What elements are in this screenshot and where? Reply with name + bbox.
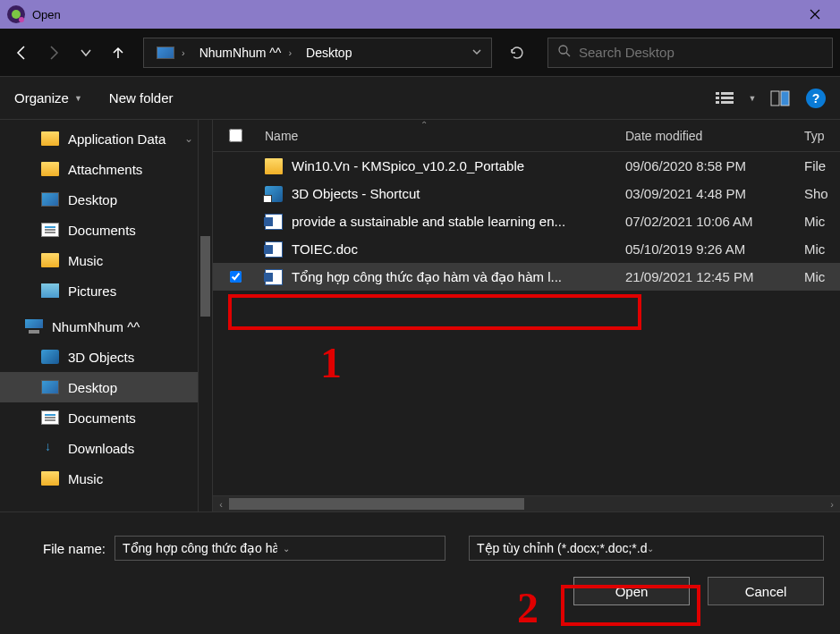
sidebar-item[interactable]: Music (0, 245, 212, 275)
svg-rect-7 (771, 91, 779, 106)
pictures-icon (41, 283, 59, 298)
scroll-right[interactable]: › (824, 496, 840, 512)
svg-point-0 (559, 46, 567, 54)
file-row[interactable]: 3D Objects - Shortcut 03/09/2021 4:48 PM… (213, 180, 840, 207)
search-icon (557, 44, 572, 61)
word-icon (265, 214, 283, 230)
pc-icon (25, 319, 43, 334)
sidebar-group-pc[interactable]: NhumNhum ^^ (0, 311, 212, 342)
main-area: Application Data⌄ Attachments Desktop Do… (0, 120, 840, 511)
sidebar-item[interactable]: Desktop (0, 184, 212, 215)
folder-icon (41, 131, 59, 146)
refresh-button[interactable] (499, 38, 535, 68)
horizontal-scrollbar[interactable]: ‹ › (213, 495, 840, 511)
toolbar: Organize▼ New folder ▼ ? (0, 77, 840, 120)
select-all-checkbox[interactable] (229, 129, 242, 142)
address-bar[interactable]: › NhumNhum ^^› Desktop (143, 38, 492, 68)
history-dropdown[interactable] (72, 38, 100, 67)
file-checkbox[interactable] (230, 271, 242, 283)
sidebar-item[interactable]: Application Data⌄ (0, 123, 212, 154)
svg-rect-1 (716, 92, 719, 95)
up-button[interactable] (104, 38, 132, 67)
scrollbar-thumb[interactable] (229, 498, 524, 510)
search-input[interactable] (579, 45, 823, 60)
svg-rect-6 (721, 101, 734, 104)
app-icon (7, 5, 25, 23)
pc-icon (157, 46, 174, 59)
sidebar-item[interactable]: 3D Objects (0, 342, 212, 372)
document-icon (41, 410, 59, 425)
sidebar-item[interactable]: Attachments (0, 154, 212, 184)
svg-rect-2 (721, 92, 734, 95)
titlebar: Open (0, 0, 840, 29)
word-icon (265, 269, 283, 285)
filetype-filter[interactable]: Tệp tùy chỉnh (*.docx;*.doc;*.do⌄ (469, 536, 824, 561)
svg-rect-5 (716, 101, 719, 104)
file-row[interactable]: provide a sustainable and stable learnin… (213, 207, 840, 235)
navbar: › NhumNhum ^^› Desktop (0, 29, 840, 77)
filename-input[interactable]: Tổng hợp công thức đạo hàm và đạo h⌄ (115, 536, 445, 561)
forward-button[interactable] (39, 38, 68, 67)
sidebar-item[interactable]: Documents (0, 215, 212, 245)
organize-menu[interactable]: Organize▼ (14, 90, 82, 106)
back-button[interactable] (7, 38, 36, 67)
scrollbar-thumb[interactable] (200, 236, 210, 317)
address-root-icon[interactable]: › (144, 38, 192, 67)
view-details-button[interactable] (709, 85, 740, 112)
scroll-left[interactable]: ‹ (213, 496, 229, 512)
folder-icon (41, 253, 59, 267)
sidebar-item[interactable]: Documents (0, 402, 212, 433)
svg-rect-8 (781, 91, 789, 106)
document-icon (41, 223, 59, 237)
sidebar-item[interactable]: Music (0, 463, 212, 494)
expand-icon[interactable]: ⌄ (184, 132, 193, 145)
desktop-icon (41, 192, 59, 207)
filename-label: File name: (16, 541, 106, 556)
address-segment-user[interactable]: NhumNhum ^^› (192, 38, 299, 67)
address-dropdown[interactable] (462, 45, 491, 61)
svg-rect-4 (721, 97, 734, 99)
file-row[interactable]: Win10.Vn - KMSpico_v10.2.0_Portable 09/0… (213, 152, 840, 180)
sidebar: Application Data⌄ Attachments Desktop Do… (0, 120, 213, 511)
preview-pane-button[interactable] (765, 85, 795, 112)
3dobjects-icon (41, 350, 59, 364)
folder-icon (265, 158, 283, 174)
sidebar-item[interactable]: Downloads (0, 433, 212, 463)
window-title: Open (32, 8, 61, 21)
new-folder-button[interactable]: New folder (109, 90, 174, 106)
file-row-selected[interactable]: Tổng hợp công thức đạo hàm và đạo hàm l.… (213, 263, 840, 291)
footer: File name: Tổng hợp công thức đạo hàm và… (0, 511, 840, 617)
folder-icon (41, 162, 59, 176)
file-list: Win10.Vn - KMSpico_v10.2.0_Portable 09/0… (213, 152, 840, 495)
name-column[interactable]: Name⌃ (258, 129, 625, 143)
help-button[interactable]: ? (806, 89, 826, 108)
sidebar-item-desktop[interactable]: Desktop (0, 372, 212, 402)
music-icon (41, 471, 59, 486)
filename-dropdown[interactable]: ⌄ (283, 544, 437, 554)
address-segment-desktop[interactable]: Desktop (299, 38, 359, 67)
view-dropdown[interactable]: ▼ (745, 85, 759, 112)
column-headers: Name⌃ Date modified Typ (213, 120, 840, 152)
sidebar-item[interactable]: Pictures (0, 275, 212, 306)
type-column[interactable]: Typ (804, 129, 840, 143)
word-icon (265, 241, 283, 258)
shortcut-icon (265, 186, 283, 202)
close-button[interactable] (797, 0, 833, 29)
date-column[interactable]: Date modified (625, 129, 804, 143)
file-pane: Name⌃ Date modified Typ Win10.Vn - KMSpi… (213, 120, 840, 511)
file-row[interactable]: TOIEC.doc 05/10/2019 9:26 AM Mic (213, 235, 840, 263)
search-box[interactable] (547, 38, 833, 68)
downloads-icon (41, 441, 59, 455)
filter-dropdown[interactable]: ⌄ (647, 544, 817, 554)
open-button[interactable]: Open (573, 577, 690, 605)
desktop-icon (41, 380, 59, 394)
cancel-button[interactable]: Cancel (708, 577, 824, 605)
sidebar-scrollbar[interactable] (198, 120, 212, 511)
svg-rect-3 (716, 97, 719, 99)
